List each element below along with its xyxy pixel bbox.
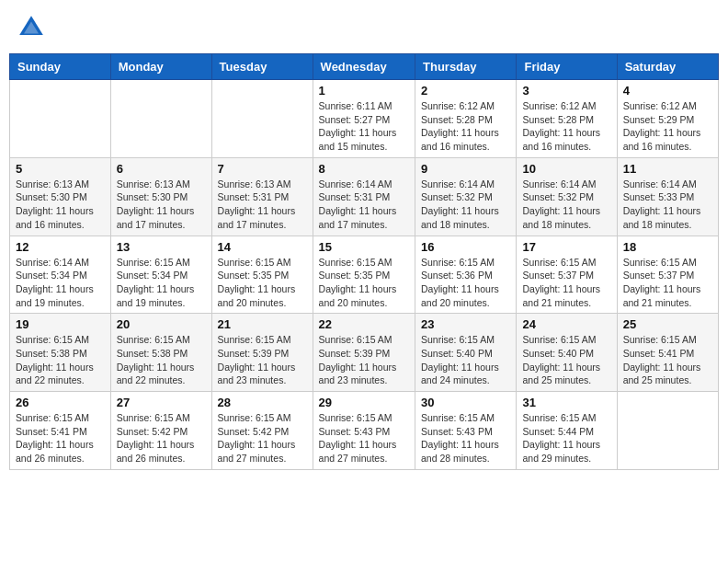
day-number: 1 [319,84,409,98]
day-info: Sunrise: 6:15 AM Sunset: 5:35 PM Dayligh… [319,256,409,310]
calendar-cell: 30Sunrise: 6:15 AM Sunset: 5:43 PM Dayli… [415,392,517,470]
day-info: Sunrise: 6:15 AM Sunset: 5:41 PM Dayligh… [16,411,105,465]
day-number: 4 [623,84,712,98]
calendar-week-row: 1Sunrise: 6:11 AM Sunset: 5:27 PM Daylig… [10,80,719,158]
day-info: Sunrise: 6:14 AM Sunset: 5:32 PM Dayligh… [421,178,510,232]
day-number: 22 [319,317,409,331]
day-header-wednesday: Wednesday [313,54,415,80]
day-info: Sunrise: 6:15 AM Sunset: 5:40 PM Dayligh… [522,333,610,387]
calendar-cell: 20Sunrise: 6:15 AM Sunset: 5:38 PM Dayli… [110,314,211,392]
page-header [9,9,719,46]
calendar-cell: 27Sunrise: 6:15 AM Sunset: 5:42 PM Dayli… [110,392,211,470]
calendar-cell: 2Sunrise: 6:12 AM Sunset: 5:28 PM Daylig… [415,80,517,158]
day-info: Sunrise: 6:14 AM Sunset: 5:32 PM Dayligh… [522,178,610,232]
calendar-cell: 10Sunrise: 6:14 AM Sunset: 5:32 PM Dayli… [517,157,617,236]
calendar-cell: 28Sunrise: 6:15 AM Sunset: 5:42 PM Dayli… [211,392,313,470]
calendar-cell [211,80,313,158]
day-number: 15 [319,240,409,254]
day-info: Sunrise: 6:15 AM Sunset: 5:44 PM Dayligh… [522,411,610,465]
calendar-cell: 26Sunrise: 6:15 AM Sunset: 5:41 PM Dayli… [10,392,111,470]
day-number: 21 [218,317,307,331]
day-info: Sunrise: 6:15 AM Sunset: 5:39 PM Dayligh… [319,333,409,387]
day-info: Sunrise: 6:14 AM Sunset: 5:31 PM Dayligh… [319,178,409,232]
calendar-cell: 17Sunrise: 6:15 AM Sunset: 5:37 PM Dayli… [517,236,617,314]
day-number: 5 [16,162,105,176]
day-number: 8 [319,162,409,176]
day-number: 7 [218,162,307,176]
day-number: 19 [16,317,105,331]
day-info: Sunrise: 6:15 AM Sunset: 5:37 PM Dayligh… [522,256,610,310]
calendar-cell: 1Sunrise: 6:11 AM Sunset: 5:27 PM Daylig… [313,80,415,158]
day-info: Sunrise: 6:15 AM Sunset: 5:42 PM Dayligh… [218,411,307,465]
logo-icon [17,13,46,42]
day-info: Sunrise: 6:15 AM Sunset: 5:41 PM Dayligh… [623,333,712,387]
calendar-cell: 8Sunrise: 6:14 AM Sunset: 5:31 PM Daylig… [313,157,415,236]
calendar-week-row: 19Sunrise: 6:15 AM Sunset: 5:38 PM Dayli… [10,314,719,392]
day-info: Sunrise: 6:15 AM Sunset: 5:43 PM Dayligh… [319,411,409,465]
day-info: Sunrise: 6:12 AM Sunset: 5:29 PM Dayligh… [623,99,712,154]
calendar-cell: 18Sunrise: 6:15 AM Sunset: 5:37 PM Dayli… [617,236,718,314]
day-header-sunday: Sunday [10,54,111,80]
day-number: 2 [421,84,510,98]
calendar-cell: 25Sunrise: 6:15 AM Sunset: 5:41 PM Dayli… [617,314,718,392]
day-number: 23 [421,317,510,331]
day-info: Sunrise: 6:15 AM Sunset: 5:35 PM Dayligh… [218,256,307,310]
calendar-cell [10,80,111,158]
day-info: Sunrise: 6:15 AM Sunset: 5:37 PM Dayligh… [623,256,712,310]
day-header-saturday: Saturday [617,54,718,80]
day-number: 27 [117,396,206,409]
day-number: 14 [218,240,307,254]
day-number: 3 [522,84,610,98]
day-number: 9 [421,162,510,176]
day-info: Sunrise: 6:13 AM Sunset: 5:30 PM Dayligh… [16,178,105,232]
day-number: 18 [623,240,712,254]
day-info: Sunrise: 6:15 AM Sunset: 5:42 PM Dayligh… [117,411,206,465]
calendar-cell: 22Sunrise: 6:15 AM Sunset: 5:39 PM Dayli… [313,314,415,392]
day-info: Sunrise: 6:12 AM Sunset: 5:28 PM Dayligh… [421,99,510,154]
day-info: Sunrise: 6:15 AM Sunset: 5:38 PM Dayligh… [16,333,105,387]
calendar-cell: 14Sunrise: 6:15 AM Sunset: 5:35 PM Dayli… [211,236,313,314]
calendar-week-row: 26Sunrise: 6:15 AM Sunset: 5:41 PM Dayli… [10,392,719,470]
day-number: 24 [522,317,610,331]
calendar-cell: 16Sunrise: 6:15 AM Sunset: 5:36 PM Dayli… [415,236,517,314]
calendar-cell: 23Sunrise: 6:15 AM Sunset: 5:40 PM Dayli… [415,314,517,392]
calendar-cell [617,392,718,470]
day-number: 20 [117,317,206,331]
day-number: 12 [16,240,105,254]
day-info: Sunrise: 6:11 AM Sunset: 5:27 PM Dayligh… [319,99,409,154]
day-info: Sunrise: 6:14 AM Sunset: 5:33 PM Dayligh… [623,178,712,232]
day-number: 30 [421,396,510,409]
day-info: Sunrise: 6:15 AM Sunset: 5:40 PM Dayligh… [421,333,510,387]
calendar-cell: 12Sunrise: 6:14 AM Sunset: 5:34 PM Dayli… [10,236,111,314]
calendar-cell [110,80,211,158]
calendar-week-row: 12Sunrise: 6:14 AM Sunset: 5:34 PM Dayli… [10,236,719,314]
day-header-thursday: Thursday [415,54,517,80]
logo [17,13,50,42]
day-number: 11 [623,162,712,176]
day-number: 26 [16,396,105,409]
calendar-cell: 19Sunrise: 6:15 AM Sunset: 5:38 PM Dayli… [10,314,111,392]
calendar-cell: 29Sunrise: 6:15 AM Sunset: 5:43 PM Dayli… [313,392,415,470]
calendar-cell: 7Sunrise: 6:13 AM Sunset: 5:31 PM Daylig… [211,157,313,236]
day-info: Sunrise: 6:15 AM Sunset: 5:38 PM Dayligh… [117,333,206,387]
calendar-week-row: 5Sunrise: 6:13 AM Sunset: 5:30 PM Daylig… [10,157,719,236]
day-info: Sunrise: 6:15 AM Sunset: 5:36 PM Dayligh… [421,256,510,310]
calendar-cell: 11Sunrise: 6:14 AM Sunset: 5:33 PM Dayli… [617,157,718,236]
calendar-cell: 13Sunrise: 6:15 AM Sunset: 5:34 PM Dayli… [110,236,211,314]
calendar-cell: 5Sunrise: 6:13 AM Sunset: 5:30 PM Daylig… [10,157,111,236]
day-number: 13 [117,240,206,254]
calendar-cell: 3Sunrise: 6:12 AM Sunset: 5:28 PM Daylig… [517,80,617,158]
calendar-cell: 4Sunrise: 6:12 AM Sunset: 5:29 PM Daylig… [617,80,718,158]
day-info: Sunrise: 6:13 AM Sunset: 5:31 PM Dayligh… [218,178,307,232]
day-info: Sunrise: 6:13 AM Sunset: 5:30 PM Dayligh… [117,178,206,232]
day-header-friday: Friday [517,54,617,80]
day-number: 25 [623,317,712,331]
day-info: Sunrise: 6:15 AM Sunset: 5:34 PM Dayligh… [117,256,206,310]
day-info: Sunrise: 6:14 AM Sunset: 5:34 PM Dayligh… [16,256,105,310]
day-info: Sunrise: 6:12 AM Sunset: 5:28 PM Dayligh… [522,99,610,154]
day-number: 31 [522,396,610,409]
day-number: 16 [421,240,510,254]
day-info: Sunrise: 6:15 AM Sunset: 5:43 PM Dayligh… [421,411,510,465]
day-number: 17 [522,240,610,254]
day-number: 10 [522,162,610,176]
